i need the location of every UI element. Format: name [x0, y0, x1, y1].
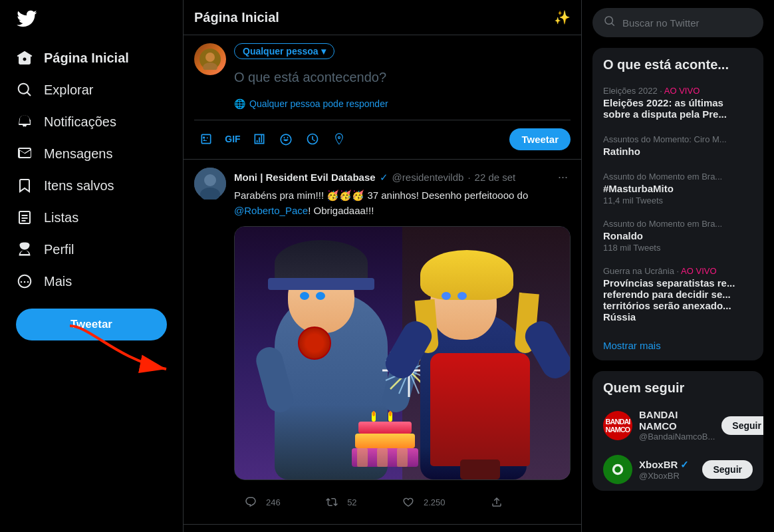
tweet-dot: · [467, 172, 470, 183]
follow-button-1[interactable]: Seguir [702, 460, 753, 479]
search-input[interactable] [622, 17, 752, 29]
sidebar-item-messages[interactable]: Mensagens [8, 138, 175, 169]
twitter-logo[interactable] [8, 0, 175, 40]
trend-category-0: Eleições 2022 · AO VIVO [603, 86, 727, 96]
trend-name-2: #MasturbaMito [603, 183, 722, 194]
tweet-text: Parabéns pra mim!!! 🥳🥳🥳 37 aninhos! Dese… [234, 188, 571, 218]
reply-info: 🌐 Qualquer pessoa pode responder [194, 96, 571, 114]
sidebar-item-bookmarks[interactable]: Itens salvos [8, 170, 175, 201]
trend-name-1: Ratinho [603, 146, 753, 157]
follow-item-0[interactable]: BANDAINAMCO BANDAI NAMCO @BandaiNamcoB..… [592, 402, 763, 448]
tweet-more-button[interactable]: ··· [555, 168, 571, 187]
trend-count-3: 118 mil Tweets [603, 243, 753, 253]
compose-right: Qualquer pessoa ▾ O que está acontecendo… [234, 43, 571, 96]
trend-name-3: Ronaldo [603, 230, 753, 241]
tweet-actions: 246 52 2.250 [234, 488, 513, 516]
svg-point-2 [205, 53, 215, 62]
sidebar-item-profile-label: Perfil [44, 242, 74, 257]
sidebar-item-explore[interactable]: Explorar [8, 74, 175, 105]
compose-tweet-button[interactable]: Tweetar [509, 128, 571, 150]
tweet-comment-action[interactable]: 246 [234, 488, 286, 516]
sidebar-tweet-button[interactable]: Tweetar [16, 309, 167, 340]
tweet-author-avatar [194, 168, 226, 200]
follow-name-text-1: XboxBR [639, 459, 678, 470]
compose-location-button[interactable] [327, 127, 351, 151]
show-more-button[interactable]: Mostrar mais [592, 331, 763, 360]
verified-badge-follow-1: ✓ [680, 459, 689, 471]
sidebar-item-home[interactable]: Página Inicial [8, 43, 175, 73]
trend-item-0[interactable]: Eleições 2022 · AO VIVO Eleições 2022: a… [592, 79, 763, 128]
audience-button[interactable]: Qualquer pessoa ▾ [234, 43, 334, 59]
sidebar-item-more[interactable]: Mais [8, 266, 175, 297]
tweet-meta: Moni | Resident Evil Database ✓ @residen… [234, 168, 571, 187]
compose-gif-button[interactable]: GIF [221, 127, 245, 151]
search-icon [604, 15, 616, 30]
explore-icon [16, 81, 33, 98]
follow-name-0: BANDAI NAMCO [639, 409, 715, 432]
compose-placeholder[interactable]: O que está acontecendo? [234, 65, 571, 90]
verified-badge: ✓ [380, 172, 388, 184]
feed-header: Página Inicial ✨ [184, 0, 581, 35]
follow-info-1: XboxBR ✓ @XboxBR [639, 459, 696, 481]
follow-name-1: XboxBR ✓ [639, 459, 696, 471]
gif-icon: GIF [225, 134, 240, 144]
globe-icon: 🌐 [234, 98, 245, 109]
tweet-mention-link[interactable]: @Roberto_Pace [234, 205, 308, 216]
tweet-author-name: Moni | Resident Evil Database [234, 172, 376, 183]
follow-avatar-1 [603, 455, 632, 484]
sidebar-item-lists[interactable]: Listas [8, 202, 175, 233]
tweet-card[interactable]: Moni | Resident Evil Database ✓ @residen… [184, 160, 581, 525]
audience-label: Qualquer pessoa [243, 46, 319, 57]
sidebar-item-home-label: Página Inicial [44, 51, 129, 66]
sidebar-item-profile[interactable]: Perfil [8, 234, 175, 265]
trend-item-header-0: Eleições 2022 · AO VIVO Eleições 2022: a… [603, 86, 753, 121]
trend-name-4: Províncias separatistas re...referendo p… [603, 277, 753, 323]
trends-title: O que está aconte... [592, 48, 763, 79]
search-bar[interactable] [592, 8, 763, 37]
trend-item-1[interactable]: Assuntos do Momento: Ciro M... Ratinho [592, 128, 763, 165]
sidebar-item-bookmarks-label: Itens salvos [44, 178, 114, 194]
trend-item-header-2: Assunto do Momento em Bra... #MasturbaMi… [603, 172, 753, 205]
tweet-image-inner: R.P.D [235, 227, 570, 479]
trend-item-2[interactable]: Assunto do Momento em Bra... #MasturbaMi… [592, 165, 763, 212]
trend-category-3: Assunto do Momento em Bra... [603, 219, 753, 229]
trend-category-1: Assuntos do Momento: Ciro M... [603, 134, 753, 144]
sidebar-item-notifications-label: Notificações [44, 114, 116, 130]
follow-handle-0: @BandaiNamcoB... [639, 432, 715, 442]
tweet-share-action[interactable] [480, 488, 513, 516]
compose-image-button[interactable] [194, 127, 218, 151]
like-count: 2.250 [424, 497, 446, 507]
sparkle-icon[interactable]: ✨ [554, 9, 571, 25]
right-sidebar: O que está aconte... Eleições 2022 · AO … [582, 0, 774, 532]
home-icon [16, 49, 33, 66]
compose-poll-button[interactable] [247, 127, 271, 151]
comment-count: 246 [266, 497, 281, 507]
trend-count-2: 11,4 mil Tweets [603, 196, 722, 205]
tweet-image: R.P.D [234, 226, 571, 480]
creators-banner: 👤 Criadores digitais · Ver mais ✕ [184, 525, 581, 532]
feed-title: Página Inicial [194, 10, 279, 25]
sidebar-item-more-label: Mais [44, 274, 72, 289]
follow-item-1[interactable]: XboxBR ✓ @XboxBR Seguir [592, 448, 763, 491]
tweet-header: Moni | Resident Evil Database ✓ @residen… [194, 168, 571, 516]
tweet-like-action[interactable]: 2.250 [392, 488, 451, 516]
trends-box: O que está aconte... Eleições 2022 · AO … [592, 48, 763, 360]
retweet-count: 52 [347, 497, 356, 507]
tweet-retweet-action[interactable]: 52 [315, 488, 362, 516]
reply-restriction-label: Qualquer pessoa pode responder [249, 98, 388, 109]
compose-icons: GIF [194, 127, 351, 151]
sidebar-item-notifications[interactable]: Notificações [8, 106, 175, 137]
follow-name-text-0: BANDAI NAMCO [639, 409, 715, 432]
tweet-author-wrap: Moni | Resident Evil Database ✓ @residen… [234, 172, 515, 184]
notifications-icon [16, 113, 33, 130]
sidebar-item-messages-label: Mensagens [44, 146, 112, 162]
follow-button-0[interactable]: Seguir [721, 416, 763, 435]
trend-item-3[interactable]: Assunto do Momento em Bra... Ronaldo 118… [592, 212, 763, 259]
lists-icon [16, 209, 33, 226]
compose-emoji-button[interactable] [274, 127, 298, 151]
main-feed: Página Inicial ✨ Qualquer pessoa ▾ O que… [183, 0, 582, 532]
compose-avatar [194, 43, 226, 75]
compose-schedule-button[interactable] [301, 127, 324, 151]
trend-item-4[interactable]: Guerra na Ucrânia · AO VIVO Províncias s… [592, 259, 763, 331]
follow-title: Quem seguir [592, 371, 763, 402]
